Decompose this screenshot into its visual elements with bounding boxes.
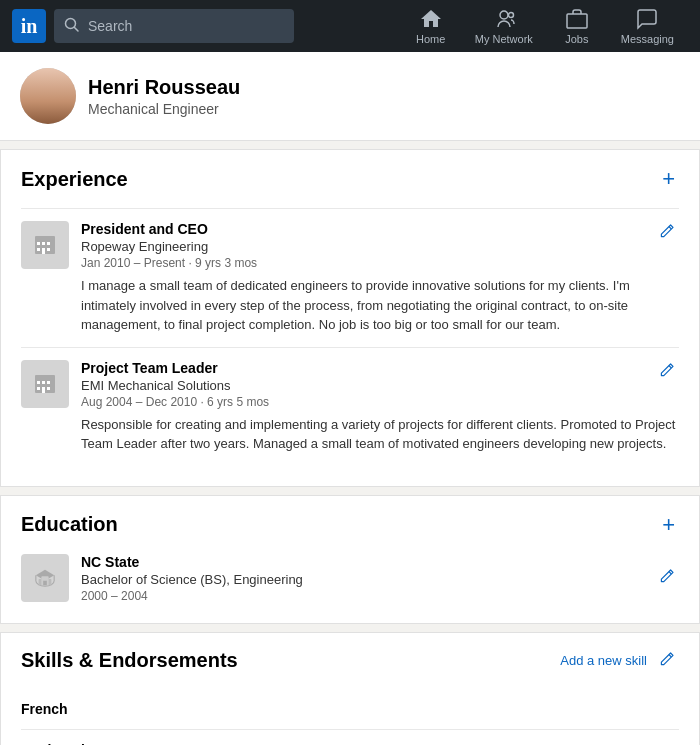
exp-title-2: Project Team Leader — [81, 360, 679, 376]
svg-rect-13 — [42, 381, 45, 384]
company-logo-2 — [21, 360, 69, 408]
svg-rect-17 — [37, 387, 40, 390]
experience-actions: + — [658, 166, 679, 192]
avatar-image — [20, 68, 76, 124]
nav-home-label: Home — [416, 33, 445, 45]
edit-experience-button-1[interactable] — [655, 221, 679, 245]
edit-education-button[interactable] — [655, 566, 679, 590]
education-actions: + — [658, 512, 679, 538]
skills-section: Skills & Endorsements Add a new skill Fr… — [0, 632, 700, 746]
building-icon-2 — [33, 372, 57, 396]
svg-rect-8 — [47, 242, 50, 245]
edit-experience-2[interactable] — [655, 360, 679, 384]
svg-rect-9 — [37, 242, 40, 245]
svg-rect-14 — [42, 387, 45, 393]
profile-header: Henri Rousseau Mechanical Engineer — [0, 52, 700, 141]
svg-point-2 — [500, 11, 508, 19]
messaging-icon — [635, 7, 659, 31]
education-header: Education + — [21, 512, 679, 538]
nav-items: Home My Network Jobs Messaging — [401, 0, 688, 52]
svg-rect-10 — [37, 248, 40, 251]
edit-experience-button-2[interactable] — [655, 360, 679, 384]
add-experience-button[interactable]: + — [658, 166, 679, 192]
search-icon — [64, 17, 80, 36]
add-education-button[interactable]: + — [658, 512, 679, 538]
experience-title: Experience — [21, 168, 128, 191]
exp-company-1: Ropeway Engineering — [81, 239, 679, 254]
experience-header: Experience + — [21, 166, 679, 192]
svg-rect-15 — [47, 381, 50, 384]
navbar: in Home My Network — [0, 0, 700, 52]
pencil-icon-1 — [659, 223, 675, 239]
experience-content-1: President and CEO Ropeway Engineering Ja… — [81, 221, 679, 335]
svg-line-1 — [75, 27, 79, 31]
svg-rect-21 — [43, 580, 47, 585]
nav-item-messaging[interactable]: Messaging — [607, 0, 688, 52]
add-skill-button[interactable]: Add a new skill — [560, 653, 647, 668]
skill-name-2: Engineering — [21, 742, 102, 746]
svg-rect-7 — [42, 248, 45, 254]
school-logo — [21, 554, 69, 602]
exp-company-2: EMI Mechanical Solutions — [81, 378, 679, 393]
skills-actions: Add a new skill — [560, 649, 679, 673]
pencil-icon-2 — [659, 362, 675, 378]
exp-desc-1: I manage a small team of dedicated engin… — [81, 276, 679, 335]
linkedin-logo-text: in — [21, 16, 38, 36]
school-icon — [34, 567, 56, 589]
education-item: NC State Bachelor of Science (BS), Engin… — [21, 554, 679, 603]
edit-skills-button[interactable] — [655, 649, 679, 673]
avatar — [20, 68, 76, 124]
edu-degree: Bachelor of Science (BS), Engineering — [81, 572, 679, 587]
profile-name: Henri Rousseau — [88, 76, 240, 99]
edu-school: NC State — [81, 554, 679, 570]
search-bar[interactable] — [54, 9, 294, 43]
pencil-icon-skills — [659, 651, 675, 667]
experience-item: Project Team Leader EMI Mechanical Solut… — [21, 347, 679, 466]
nav-item-jobs[interactable]: Jobs — [547, 0, 607, 52]
education-section: Education + NC State Bachelor of Science… — [0, 495, 700, 624]
exp-dates-2: Aug 2004 – Dec 2010 · 6 yrs 5 mos — [81, 395, 679, 409]
building-icon — [33, 233, 57, 257]
company-logo-1 — [21, 221, 69, 269]
exp-title-1: President and CEO — [81, 221, 679, 237]
svg-rect-4 — [567, 14, 587, 28]
nav-jobs-label: Jobs — [565, 33, 588, 45]
profile-title: Mechanical Engineer — [88, 101, 240, 117]
profile-info: Henri Rousseau Mechanical Engineer — [88, 76, 240, 117]
nav-messaging-label: Messaging — [621, 33, 674, 45]
exp-dates-1: Jan 2010 – Present · 9 yrs 3 mos — [81, 256, 679, 270]
svg-rect-16 — [37, 381, 40, 384]
svg-rect-11 — [47, 248, 50, 251]
linkedin-logo[interactable]: in — [12, 9, 46, 43]
search-input[interactable] — [88, 18, 284, 34]
nav-item-network[interactable]: My Network — [461, 0, 547, 52]
skills-header: Skills & Endorsements Add a new skill — [21, 649, 679, 673]
nav-network-label: My Network — [475, 33, 533, 45]
experience-content-2: Project Team Leader EMI Mechanical Solut… — [81, 360, 679, 454]
skill-name-1: French — [21, 701, 68, 717]
experience-section: Experience + President and CEO Ropeway E… — [0, 149, 700, 487]
svg-point-3 — [508, 13, 513, 18]
skill-item: French — [21, 689, 679, 730]
jobs-icon — [565, 7, 589, 31]
edit-education[interactable] — [655, 566, 679, 590]
edu-years: 2000 – 2004 — [81, 589, 679, 603]
network-icon — [492, 7, 516, 31]
education-title: Education — [21, 513, 118, 536]
edit-experience-1[interactable] — [655, 221, 679, 245]
svg-rect-6 — [42, 242, 45, 245]
skills-title: Skills & Endorsements — [21, 649, 238, 672]
pencil-icon-edu — [659, 568, 675, 584]
exp-desc-2: Responsible for creating and implementin… — [81, 415, 679, 454]
home-icon — [419, 7, 443, 31]
nav-item-home[interactable]: Home — [401, 0, 461, 52]
education-content: NC State Bachelor of Science (BS), Engin… — [81, 554, 679, 603]
svg-rect-18 — [47, 387, 50, 390]
skill-item: Engineering — [21, 730, 679, 746]
experience-item: President and CEO Ropeway Engineering Ja… — [21, 208, 679, 347]
